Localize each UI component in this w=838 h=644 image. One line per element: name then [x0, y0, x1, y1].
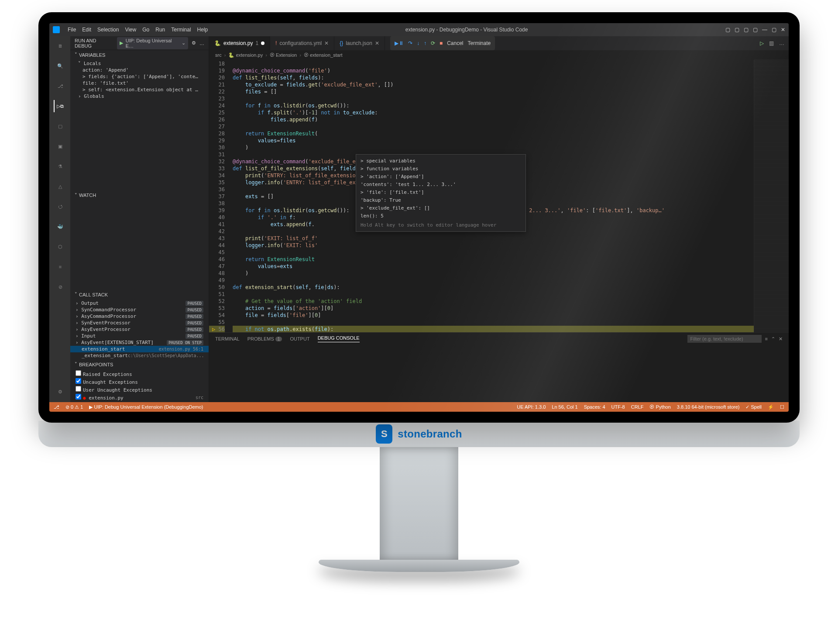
status-item[interactable]: ⊘ 0 ⚠ 1 — [65, 404, 83, 410]
menu-go[interactable]: Go — [142, 27, 149, 33]
watch-section-title[interactable]: ˅ WATCH — [70, 191, 209, 200]
status-item[interactable]: UE API: 1.3.0 — [517, 404, 546, 410]
status-item[interactable]: ⎇ — [54, 404, 59, 410]
status-item[interactable]: Ln 56, Col 1 — [552, 404, 577, 410]
status-item[interactable]: Spaces: 4 — [584, 404, 605, 410]
variables-locals[interactable]: ˅ Locals — [70, 60, 209, 67]
callstack-frame[interactable]: _extension_startc:\Users\ScottSepe\AppDa… — [70, 352, 209, 359]
step-into-icon[interactable]: ↓ — [417, 40, 419, 46]
status-item[interactable]: ☐ — [780, 404, 784, 410]
status-item[interactable]: UTF-8 — [611, 404, 625, 410]
status-item[interactable]: CRLF — [631, 404, 644, 410]
panel-close-icon[interactable]: ✕ — [779, 336, 783, 342]
close-icon[interactable]: ✕ — [781, 27, 785, 33]
breakpoint-checkbox[interactable] — [76, 370, 81, 376]
breakpoints-section-title[interactable]: ˅ BREAKPOINTS — [70, 360, 209, 369]
breadcrumb-item[interactable]: ⦿ extension_start — [304, 52, 343, 58]
panel-tab[interactable]: OUTPUT — [290, 336, 309, 341]
circle-arrow-icon[interactable]: ⭯ — [54, 200, 66, 213]
callstack-thread[interactable]: › AsyCommandProcessorPAUSED — [70, 313, 209, 320]
breakpoint-checkbox[interactable] — [76, 386, 81, 392]
menu-terminal[interactable]: Terminal — [171, 27, 191, 33]
breadcrumb-item[interactable]: src — [215, 52, 222, 58]
panel-up-icon[interactable]: ⌃ — [771, 336, 775, 342]
editor-tab[interactable]: 🐍 extension.py 1 — [209, 36, 270, 50]
menu-selection[interactable]: Selection — [97, 27, 119, 33]
close-tab-icon[interactable]: ✕ — [375, 40, 379, 46]
callstack-thread[interactable]: › SynCommandProcessorPAUSED — [70, 307, 209, 313]
remote-icon[interactable]: ▢ — [54, 120, 66, 132]
status-item[interactable]: 3.8.10 64-bit (microsoft store) — [677, 404, 740, 410]
breakpoint-checkbox[interactable] — [76, 394, 81, 399]
menu-view[interactable]: View — [125, 27, 136, 33]
step-out-icon[interactable]: ↑ — [424, 40, 426, 46]
hexagon-icon[interactable]: ⬡ — [54, 241, 66, 253]
scm-icon[interactable]: ⎇ — [54, 80, 66, 92]
cancel-circle-icon[interactable]: ⊘ — [54, 281, 66, 293]
breadcrumb[interactable]: src › 🐍 extension.py › ⦿ Extension › ⦿ e… — [209, 50, 789, 60]
run-config-selector[interactable]: ▶ UIP: Debug Universal E… ⌄ — [117, 37, 188, 49]
maximize-icon[interactable]: ▢ — [772, 27, 776, 33]
restart-icon[interactable]: ⟳ — [431, 40, 435, 46]
callstack-thread[interactable]: › InputPAUSED — [70, 333, 209, 339]
callstack-thread[interactable]: › OutputPAUSED — [70, 300, 209, 307]
list-icon[interactable]: ≡ — [54, 261, 66, 273]
variable-row[interactable]: file: 'file.txt' — [70, 80, 209, 86]
status-item[interactable]: ✓ Spell — [745, 404, 762, 410]
step-over-icon[interactable]: ↷ — [408, 40, 412, 46]
more-icon[interactable]: … — [199, 41, 204, 46]
editor-tab[interactable]: {} launch.json ✕ — [334, 36, 385, 50]
callstack-thread[interactable]: › AsyEventProcessorPAUSED — [70, 326, 209, 333]
panel-clear-icon[interactable]: ≡ — [765, 336, 768, 341]
menu-edit[interactable]: Edit — [82, 27, 91, 33]
callstack-thread[interactable]: › SynEventProcessorPAUSED — [70, 320, 209, 326]
panel-tab[interactable]: PROBLEMS 1 — [247, 336, 282, 341]
breakpoint-row[interactable]: Raised Exceptions — [70, 370, 209, 378]
variable-row[interactable]: > self: <extension.Extension object at 0… — [70, 86, 209, 93]
split-editor-icon[interactable]: ▥ — [769, 40, 774, 46]
editor-tab[interactable]: ! configurations.yml ✕ — [270, 36, 334, 50]
breadcrumb-item[interactable]: 🐍 extension.py — [228, 52, 263, 58]
variables-globals[interactable]: › Globals — [70, 93, 209, 100]
code-editor[interactable]: 1819202122232425262728293031323334353637… — [209, 60, 789, 332]
extensions-icon[interactable]: ▣ — [54, 140, 66, 152]
testing-icon[interactable]: ⚗ — [54, 160, 66, 172]
run-debug-icon[interactable]: ▷⧉ — [54, 100, 66, 112]
run-play-icon[interactable]: ▷ — [760, 40, 764, 46]
close-tab-icon[interactable]: ✕ — [324, 40, 329, 46]
status-item[interactable]: ▶ UIP: Debug Universal Extension (Debugg… — [89, 404, 203, 410]
terminate-button[interactable]: Terminate — [467, 40, 491, 46]
variables-section-title[interactable]: ˅ VARIABLES — [70, 50, 209, 59]
status-item[interactable]: ⦿ Python — [649, 404, 670, 410]
minimap[interactable] — [754, 60, 789, 332]
breakpoint-row[interactable]: Uncaught Exceptions — [70, 378, 209, 386]
callstack-section-title[interactable]: ˅ CALL STACK — [70, 290, 209, 299]
breadcrumb-item[interactable]: ⦿ Extension — [270, 52, 297, 58]
breakpoint-row[interactable]: User Uncaught Exceptions — [70, 386, 209, 393]
panel-tab[interactable]: DEBUG CONSOLE — [318, 335, 360, 342]
minimize-icon[interactable]: — — [762, 27, 767, 33]
status-item[interactable]: ⚡ — [768, 404, 774, 410]
variable-row[interactable]: action: 'Append' — [70, 67, 209, 73]
tab-more-icon[interactable]: … — [779, 40, 784, 46]
panel-tab[interactable]: TERMINAL — [215, 336, 240, 341]
search-icon[interactable]: 🔍 — [54, 60, 66, 72]
menu-run[interactable]: Run — [155, 27, 165, 33]
continue-icon[interactable]: ▶⏸ — [395, 40, 404, 46]
breakpoint-row[interactable]: ● extension.pysrc — [70, 393, 209, 401]
triangle-icon[interactable]: △ — [54, 180, 66, 193]
stop-icon[interactable]: ■ — [440, 40, 443, 46]
breakpoint-checkbox[interactable] — [76, 378, 81, 384]
panel-body[interactable] — [209, 345, 789, 402]
layout-panel-icon[interactable]: ▢ — [744, 27, 749, 33]
layout-bottom-icon[interactable]: ▢ — [735, 27, 739, 33]
layout-left-icon[interactable]: ▢ — [725, 27, 730, 33]
callstack-frame[interactable]: extension_startextension.py 56:1 — [70, 346, 209, 352]
variable-row[interactable]: > fields: {'action': ['Append'], 'conten… — [70, 73, 209, 80]
explorer-icon[interactable]: 🗎 — [54, 40, 66, 52]
layout-right-icon[interactable]: ▢ — [753, 27, 758, 33]
debug-console-filter[interactable] — [687, 335, 762, 343]
menu-file[interactable]: File — [68, 27, 76, 33]
menu-help[interactable]: Help — [197, 27, 208, 33]
docker-icon[interactable]: 🐳 — [54, 220, 66, 233]
